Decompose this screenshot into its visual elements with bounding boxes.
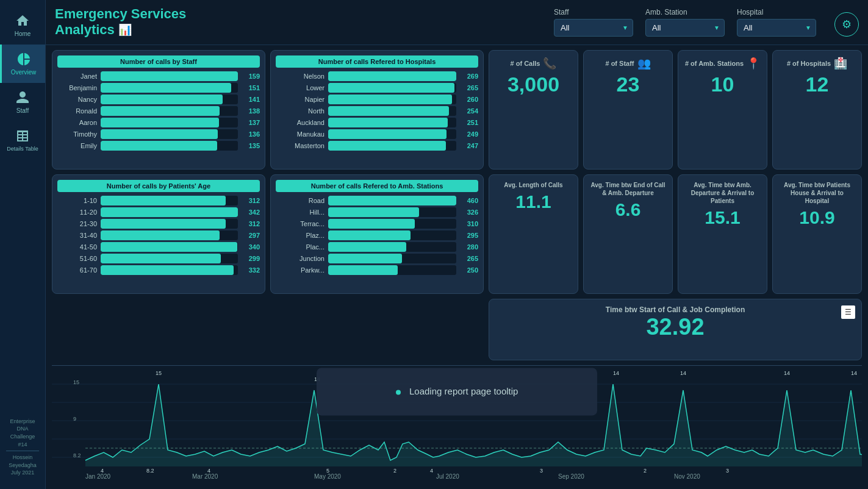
sidebar-label-staff: Staff [16,107,29,114]
svg-text:4: 4 [430,468,433,474]
chart-calls-by-hospital-bars: Nelson 269 Lower 265 Napier 260 North [276,71,478,151]
bar-row-auckland: Auckland 251 [276,118,478,127]
staff-icon: 👥 [637,57,651,70]
loading-dot [396,390,401,394]
header-title: Emergency Services Analytics 📊 [55,6,554,38]
svg-text:5: 5 [326,468,329,474]
kpi-calls-label: # of Calls 📞 [511,57,557,70]
bar-row-north: North 254 [276,106,478,116]
sidebar-item-details[interactable]: Details Table [0,121,45,160]
svg-text:14: 14 [680,370,686,376]
time-completion-value: 32.92 [646,314,704,340]
kpi-staff-card: # of Staff 👥 23 [583,50,673,170]
chart-pie-icon [16,52,31,66]
chart-calls-by-staff: Number of calls by Staff Janet 159 Benja… [52,50,265,170]
kpi-row: # of Calls 📞 3,000 # of Staff 👥 23 # of … [489,50,862,170]
avg-amb-arrival-card: Avg. Time btw Amb. Departure & Arrival t… [678,174,767,294]
avg-amb-arrival-value: 15.1 [705,207,740,228]
menu-icon-button[interactable]: ☰ [841,305,855,319]
chart-calls-by-amb-title: Number of calls Refered to Amb. Stations [276,180,478,192]
home-icon [15,13,30,28]
calls-icon: 📞 [543,57,556,70]
amb-station-filter-group: Amb. Station All [645,8,725,37]
amb-station-filter-select[interactable]: All [645,19,725,37]
avg-patient-hospital-label: Avg. Time btw Patients House & Arrival t… [779,181,855,205]
bar-row-21-30: 21-30 312 [57,219,260,229]
sidebar-item-staff[interactable]: Staff [0,83,45,121]
chart-calls-by-amb-bars: Road 460 Hill... 326 Terrac... 310 Plaz.… [276,196,478,275]
sidebar: Home Overview Staff Details Table Enterp… [0,0,46,489]
content-area: Emergency Services Analytics 📊 Staff All… [46,0,868,489]
kpi-amb-stations-card: # of Amb. Stations 📍 10 [678,50,767,170]
bar-row-31-40: 31-40 297 [57,230,260,240]
sidebar-item-home[interactable]: Home [0,6,45,45]
avg-patient-hospital-value: 10.9 [799,207,834,228]
avg-amb-arrival-label: Avg. Time btw Amb. Departure & Arrival t… [684,181,761,205]
svg-text:Sep 2020: Sep 2020 [558,473,584,480]
bar-row-junction: Junction 265 [276,254,478,263]
staff-filter-group: Staff All [554,8,633,37]
hospital-filter-label: Hospital [737,8,816,16]
svg-text:14: 14 [613,370,619,376]
svg-text:3: 3 [726,468,729,474]
avg-call-amb-label: Avg. Time btw End of Call & Amb. Departu… [590,181,666,197]
bar-row-ronald: Ronald 138 [57,106,260,116]
chart-calls-by-age-title: Number of calls by Patients' Age [57,180,260,192]
svg-text:Jul 2020: Jul 2020 [436,473,459,480]
bottom-timeline-section: Loading report page tooltip 15 9 8.2 15 … [52,365,862,484]
bar-row-51-60: 51-60 299 [57,254,260,263]
kpi-hospitals-value: 12 [806,73,829,96]
hospitals-icon: 🏥 [834,57,847,70]
chart-calls-by-amb: Number of calls Refered to Amb. Stations… [270,174,484,294]
svg-text:15: 15 [73,379,79,385]
chart-calls-by-hospital-title: Number of calls Refered to Hospitals [276,55,478,68]
bar-row-1-10: 1-10 312 [57,196,260,205]
svg-text:3: 3 [540,468,543,474]
svg-text:14: 14 [784,370,790,376]
bar-row-timothy: Timothy 136 [57,129,260,139]
avg-row: Avg. Length of Calls 11.1 Avg. Time btw … [489,174,862,294]
avg-length-calls-value: 11.1 [515,191,551,212]
time-completion-card: ☰ Time btw Start of Call & Job Completio… [489,299,862,360]
kpi-amb-stations-label: # of Amb. Stations 📍 [685,57,760,70]
chart-calls-by-staff-bars: Janet 159 Benjamin 151 Nancy 141 Ronald [57,71,260,151]
chart-calls-by-age: Number of calls by Patients' Age 1-10 31… [52,174,265,294]
hospital-filter-group: Hospital All [737,8,816,37]
svg-text:4: 4 [207,468,210,474]
hospital-filter-select[interactable]: All [737,19,816,37]
svg-text:8.2: 8.2 [73,452,81,459]
avg-call-amb-card: Avg. Time btw End of Call & Amb. Departu… [583,174,673,294]
bar-row-road: Road 460 [276,196,478,205]
avg-length-calls-label: Avg. Length of Calls [504,181,562,189]
svg-text:9: 9 [73,416,76,422]
kpi-amb-stations-value: 10 [711,73,734,96]
bar-row-janet: Janet 159 [57,71,260,81]
bar-row-terrace: Terrac... 310 [276,219,478,229]
chart-calls-by-staff-title: Number of calls by Staff [57,55,260,68]
kpi-calls-card: # of Calls 📞 3,000 [489,50,578,170]
svg-text:May 2020: May 2020 [314,473,341,480]
chart-calls-by-hospital: Number of calls Refered to Hospitals Nel… [270,50,484,170]
bar-row-emily: Emily 135 [57,141,260,151]
staff-filter-select[interactable]: All [554,19,633,37]
bar-row-parkway: Parkw... 250 [276,265,478,275]
chart-calls-by-age-bars: 1-10 312 11-20 342 21-30 312 31-40 [57,196,260,275]
avg-patient-hospital-card: Avg. Time btw Patients House & Arrival t… [772,174,862,294]
chart-bar-icon: 📊 [118,24,132,37]
svg-text:2: 2 [644,468,647,474]
table-icon [15,129,30,143]
kpi-hospitals-label: # of Hospitals 🏥 [787,57,847,70]
kpi-staff-value: 23 [617,73,640,96]
sidebar-item-overview[interactable]: Overview [0,45,45,83]
avg-length-calls-card: Avg. Length of Calls 11.1 [489,174,578,294]
staff-filter-label: Staff [554,8,633,16]
bar-row-41-50: 41-50 340 [57,242,260,252]
bar-row-aaron: Aaron 137 [57,118,260,127]
svg-text:4: 4 [101,468,104,474]
svg-text:15: 15 [156,370,162,376]
bar-row-11-20: 11-20 342 [57,207,260,217]
bar-row-nancy: Nancy 141 [57,95,260,104]
time-completion-label: Time btw Start of Call & Job Completion [606,305,745,314]
amb-station-filter-label: Amb. Station [645,8,725,16]
filter-icon-button[interactable]: ⚙ [834,12,859,37]
